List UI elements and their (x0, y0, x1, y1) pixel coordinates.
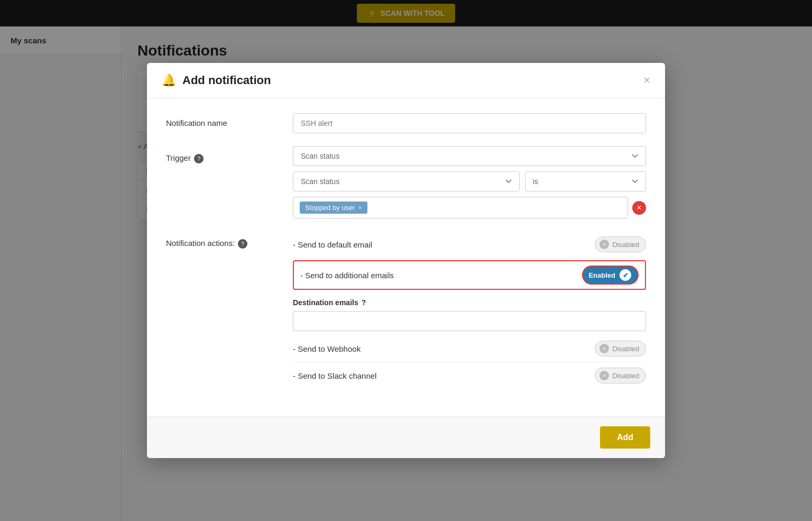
trigger-control: Scan status Scan status is Sto (293, 146, 646, 218)
slack-toggle[interactable]: × Disabled (595, 368, 646, 383)
modal-body: Notification name Trigger ? Scan status (147, 98, 665, 416)
add-button[interactable]: Add (600, 426, 650, 449)
notification-name-control (293, 113, 646, 133)
condition-type-select[interactable]: Scan status (293, 171, 520, 191)
webhook-label: - Send to Webhook (293, 344, 361, 353)
destination-emails-input[interactable] (293, 311, 646, 331)
notification-actions-label: Notification actions: ? (166, 231, 282, 249)
action-row-additional-emails: - Send to additional emails Enabled ✔ (293, 260, 646, 290)
webhook-toggle[interactable]: × Disabled (595, 341, 646, 357)
notification-name-input[interactable] (293, 113, 646, 133)
slack-label: - Send to Slack channel (293, 371, 376, 380)
notification-actions-controls: - Send to default email × Disabled - Sen… (293, 231, 646, 389)
trigger-select[interactable]: Scan status (293, 146, 646, 166)
notification-actions-row: Notification actions: ? - Send to defaul… (166, 231, 646, 389)
additional-emails-toggle[interactable]: Enabled ✔ (582, 266, 639, 285)
action-row-webhook: - Send to Webhook × Disabled (293, 335, 646, 362)
modal-footer: Add (147, 416, 665, 458)
notification-name-label: Notification name (166, 113, 282, 127)
remove-condition-button[interactable]: × (632, 201, 646, 215)
modal-title: 🔔 Add notification (162, 74, 643, 87)
tag-input-container[interactable]: Stopped by user × (293, 197, 628, 218)
disabled-x-icon: × (599, 240, 609, 249)
add-notification-modal: 🔔 Add notification × Notification name T… (147, 63, 665, 458)
condition-operator-select[interactable]: is (525, 171, 646, 191)
destination-emails-label: Destination emails ? (293, 298, 646, 307)
trigger-help-icon[interactable]: ? (194, 154, 204, 163)
default-email-label: - Send to default email (293, 240, 372, 249)
enabled-check-icon: ✔ (620, 269, 631, 281)
modal-overlay: 🔔 Add notification × Notification name T… (0, 0, 812, 521)
tag-stopped-by-user: Stopped by user × (300, 202, 367, 214)
modal-header: 🔔 Add notification × (147, 63, 665, 98)
additional-emails-label: - Send to additional emails (300, 271, 394, 280)
trigger-row: Trigger ? Scan status Scan status is (166, 146, 646, 218)
default-email-toggle[interactable]: × Disabled (595, 236, 646, 252)
bell-icon: 🔔 (162, 74, 176, 87)
trigger-conditions: Scan status is (293, 171, 646, 191)
action-row-slack: - Send to Slack channel × Disabled (293, 362, 646, 389)
notification-name-row: Notification name (166, 113, 646, 133)
destination-emails-help-icon[interactable]: ? (362, 298, 366, 307)
disabled-x-icon: × (599, 371, 609, 380)
action-row-default-email: - Send to default email × Disabled (293, 231, 646, 258)
modal-close-button[interactable]: × (643, 75, 650, 86)
trigger-label: Trigger ? (166, 146, 282, 163)
tag-remove-button[interactable]: × (358, 204, 362, 212)
disabled-x-icon: × (599, 344, 609, 353)
tag-row: Stopped by user × × (293, 197, 646, 218)
notification-actions-help-icon[interactable]: ? (238, 239, 247, 249)
destination-emails-section: Destination emails ? (293, 298, 646, 331)
